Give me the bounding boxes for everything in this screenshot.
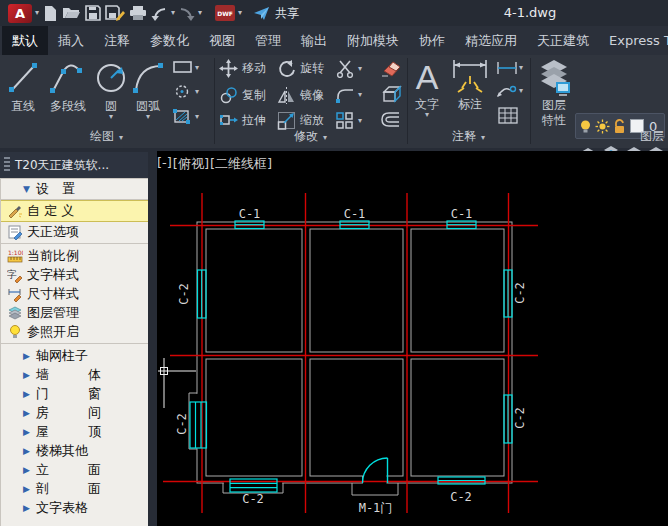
- rectangle-tool[interactable]: ▾: [172, 60, 200, 75]
- trim-tool[interactable]: ▾: [335, 59, 363, 78]
- undo-icon[interactable]: [151, 2, 168, 24]
- polyline-tool[interactable]: 多段线: [44, 58, 92, 113]
- layer-properties-button[interactable]: 图层 特性: [534, 57, 574, 127]
- circle-caret-icon[interactable]: ▾: [109, 113, 113, 121]
- tab-manage[interactable]: 管理: [245, 26, 291, 55]
- explode-tool[interactable]: [380, 84, 402, 105]
- sidebar-item-reference-on[interactable]: 参照开启: [1, 322, 148, 341]
- share-label[interactable]: 共享: [275, 5, 299, 22]
- sidebar-group-room[interactable]: ▶ 房 间: [1, 403, 148, 422]
- save-icon[interactable]: [85, 2, 101, 24]
- sidebar-group-wall[interactable]: ▶ 墙 体: [1, 365, 148, 384]
- draw-panel-label[interactable]: 绘图 ▾: [0, 128, 214, 145]
- rectangle-caret-icon[interactable]: ▾: [195, 64, 199, 72]
- share-icon[interactable]: [253, 2, 270, 24]
- mirror-icon: [277, 86, 296, 105]
- dwf-markup-icon[interactable]: DWF: [215, 5, 235, 21]
- app-logo-icon[interactable]: A: [8, 4, 32, 23]
- tab-insert[interactable]: 插入: [48, 26, 94, 55]
- tab-tianzheng[interactable]: 天正建筑: [527, 26, 599, 55]
- arc-tool[interactable]: 圆弧 ▾: [130, 58, 166, 121]
- sidebar-group-section[interactable]: ▶ 剖 面: [1, 479, 148, 498]
- linear-dimension-caret-icon[interactable]: ▾: [519, 64, 523, 72]
- sidebar-group-text-table[interactable]: ▶ 文字表格: [1, 498, 148, 517]
- copy-tool[interactable]: 复制: [219, 86, 266, 105]
- text-tool[interactable]: A 文字 ▾: [410, 56, 444, 119]
- ellipse-caret-icon[interactable]: ▾: [195, 88, 199, 96]
- tab-collaborate[interactable]: 协作: [409, 26, 455, 55]
- modify-panel-label[interactable]: 修改 ▾: [215, 128, 407, 145]
- sidebar-item-current-scale[interactable]: 1:100 当前比例: [1, 246, 148, 265]
- ribbon-tab-row: 默认 插入 注释 参数化 视图 管理 输出 附加模块 协作 精选应用 天正建筑 …: [0, 26, 668, 55]
- tab-home[interactable]: 默认: [2, 26, 48, 55]
- layer-on-bulb-icon: [579, 119, 592, 134]
- sidebar-menu: ▼ 设 置 自 定 义 天正选项: [0, 178, 148, 526]
- sidebar-grip-icon[interactable]: [4, 157, 10, 173]
- redo-caret-icon[interactable]: ▾: [198, 9, 202, 17]
- fillet-tool[interactable]: ▾: [335, 86, 363, 103]
- save-as-icon[interactable]: [105, 2, 125, 24]
- walls: [197, 222, 512, 483]
- tab-featured-apps[interactable]: 精选应用: [455, 26, 527, 55]
- annotate-panel-label[interactable]: 注释 ▾: [408, 128, 530, 145]
- rotate-tool[interactable]: 旋转: [277, 59, 324, 78]
- arc-caret-icon[interactable]: ▾: [146, 113, 150, 121]
- linear-dimension-tool[interactable]: ▾: [496, 61, 524, 75]
- copy-icon: [219, 86, 238, 105]
- sidebar-item-dimension-style[interactable]: 尺寸样式: [1, 284, 148, 303]
- tab-view[interactable]: 视图: [199, 26, 245, 55]
- leader-tool[interactable]: ▾: [496, 84, 524, 98]
- offset-tool[interactable]: [380, 111, 402, 128]
- sidebar-item-layer-management[interactable]: 图层管理: [1, 303, 148, 322]
- tab-addins[interactable]: 附加模块: [337, 26, 409, 55]
- new-file-icon[interactable]: [42, 2, 58, 24]
- hatch-tool[interactable]: ▾: [172, 108, 200, 125]
- table-tool[interactable]: [498, 107, 518, 124]
- undo-caret-icon[interactable]: ▾: [171, 9, 175, 17]
- hatch-caret-icon[interactable]: ▾: [195, 113, 199, 121]
- label-window-c1: C-1: [239, 207, 261, 221]
- tab-annotate[interactable]: 注释: [94, 26, 140, 55]
- dwf-caret-icon[interactable]: ▾: [238, 9, 242, 17]
- sidebar-header[interactable]: T20天正建筑软...: [0, 152, 148, 178]
- text-caret-icon[interactable]: ▾: [425, 111, 429, 119]
- sidebar-group-elevation[interactable]: ▶ 立 面: [1, 460, 148, 479]
- tab-parametric[interactable]: 参数化: [140, 26, 199, 55]
- mirror-tool[interactable]: 镜像: [277, 86, 324, 105]
- sidebar-group-door-window[interactable]: ▶ 门 窗: [1, 384, 148, 403]
- tab-express-tools[interactable]: Express Tools: [599, 26, 668, 55]
- erase-tool[interactable]: [380, 59, 402, 78]
- sidebar-section-settings[interactable]: ▼ 设 置: [1, 178, 148, 200]
- document-title: 4-1.dwg: [480, 0, 580, 26]
- dimension-tool[interactable]: 标注: [448, 56, 492, 111]
- fillet-icon: [335, 86, 357, 103]
- sidebar-group-roof[interactable]: ▶ 屋 顶: [1, 422, 148, 441]
- app-menu-caret-icon[interactable]: ▾: [35, 9, 39, 17]
- plan-labels: C-1 C-1 C-1 C-2 C-2 C-2 C-2 C-2 C-2 M-1门: [175, 207, 527, 516]
- ellipse-tool[interactable]: ▾: [172, 84, 200, 99]
- svg-text:1:100: 1:100: [8, 249, 23, 256]
- circle-tool[interactable]: 圆 ▾: [95, 58, 127, 121]
- draw-panel-caret-icon: ▾: [119, 133, 123, 142]
- current-scale-icon: 1:100: [7, 248, 23, 264]
- tab-output[interactable]: 输出: [291, 26, 337, 55]
- trim-caret-icon[interactable]: ▾: [358, 65, 362, 73]
- line-tool[interactable]: 直线: [4, 58, 42, 113]
- layer-panel-label[interactable]: 图层: [600, 128, 664, 145]
- fillet-caret-icon[interactable]: ▾: [358, 91, 362, 99]
- open-folder-icon[interactable]: [62, 2, 81, 24]
- move-tool[interactable]: 移动: [219, 59, 266, 78]
- redo-icon[interactable]: [178, 2, 195, 24]
- sidebar-group-axis-column[interactable]: ▶ 轴网柱子: [1, 346, 148, 365]
- label-window-c1: C-1: [344, 207, 366, 221]
- sidebar-group-stairs-other[interactable]: ▶ 楼梯其他: [1, 441, 148, 460]
- leader-caret-icon[interactable]: ▾: [519, 87, 523, 95]
- plot-icon[interactable]: [129, 2, 147, 24]
- sidebar-item-customize[interactable]: 自 定 义: [1, 200, 148, 222]
- group-expand-icon: ▶: [23, 351, 30, 361]
- sidebar-item-tianzheng-options[interactable]: 天正选项: [1, 222, 148, 241]
- text-style-icon: 字: [7, 267, 23, 283]
- drawing-canvas[interactable]: [-] [俯视] [二维线框]: [157, 151, 668, 526]
- sidebar-item-text-style[interactable]: 字 文字样式: [1, 265, 148, 284]
- array-caret-icon[interactable]: ▾: [358, 117, 362, 125]
